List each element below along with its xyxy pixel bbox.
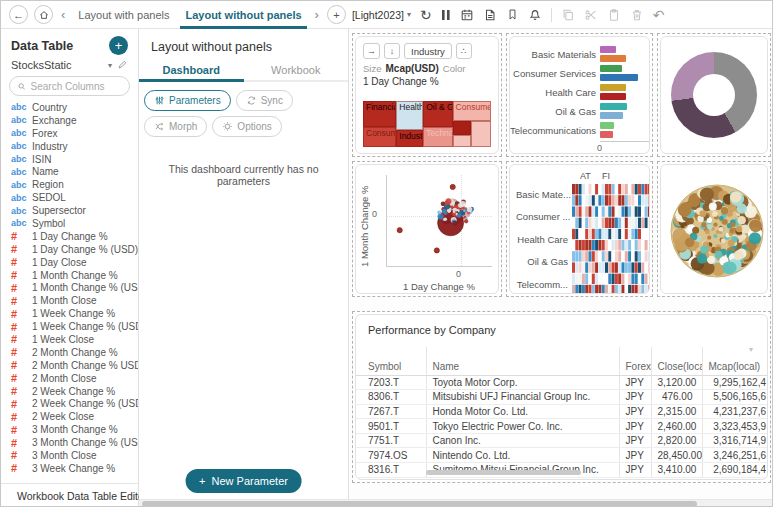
scatter-panel[interactable]: 1 Month Change % 0 0 1 Day Change % [352, 161, 502, 297]
treemap-cell[interactable]: Financials [363, 101, 396, 127]
export-button[interactable] [483, 8, 497, 22]
parameters-button[interactable]: Parameters [144, 90, 231, 111]
column-item[interactable]: #1 Day Change % (USD) [11, 243, 138, 256]
circle-pack-panel[interactable] [657, 161, 771, 297]
column-item[interactable]: #2 Week Close [11, 410, 138, 423]
bar[interactable] [600, 122, 614, 129]
add-layout-button[interactable]: + [327, 5, 346, 24]
table-row[interactable]: 8306.TMitsubishi UFJ Financial Group Inc… [356, 390, 768, 405]
column-item[interactable]: #2 Week Change % [11, 385, 138, 398]
pause-button[interactable] [441, 9, 451, 21]
bar[interactable] [600, 103, 627, 110]
refresh-button[interactable]: ↻ [420, 8, 432, 22]
column-item[interactable]: abcSupersector [11, 204, 138, 217]
table-row[interactable]: 7974.OSNintendo Co. Ltd.JPY28,450.003,24… [356, 448, 768, 463]
column-item[interactable]: #3 Month Close [11, 449, 138, 462]
bar-chart-panel[interactable]: Basic MaterialsConsumer ServicesHealth C… [506, 33, 653, 157]
column-item[interactable]: abcRegion [11, 178, 138, 191]
column-item[interactable]: abcName [11, 165, 138, 178]
theme-selector[interactable]: [Light2023] ▾ [352, 9, 411, 21]
group-by-chip[interactable]: Industry [404, 43, 452, 59]
table-panel[interactable]: Performance by Company ▾ SymbolNameForex… [352, 311, 771, 483]
alerts-button[interactable] [528, 8, 542, 22]
bar[interactable] [600, 65, 622, 72]
column-item[interactable]: #2 Month Close [11, 372, 138, 385]
column-item[interactable]: #2 Week Change % (USD) [11, 397, 138, 410]
treemap-cell[interactable]: Consumer Services [453, 101, 491, 121]
treemap-cell[interactable]: Technology [423, 127, 452, 147]
expand-right-button[interactable]: → [363, 43, 380, 59]
table-row[interactable]: 7203.TToyota Motor Corp.JPY3,120.009,295… [356, 375, 768, 390]
treemap-cell[interactable] [471, 121, 491, 147]
column-item[interactable]: abcSEDOL [11, 191, 138, 204]
bottom-scrollbar-track[interactable] [139, 499, 772, 507]
table-header-row[interactable]: SymbolNameForexClose(local)Mcap(local) [356, 359, 768, 375]
treemap-cell[interactable]: Consumer Goods [363, 127, 396, 147]
new-parameter-button[interactable]: + New Parameter [185, 469, 302, 493]
treemap-cell[interactable]: Industrials [396, 130, 423, 147]
morph-button[interactable]: Morph [144, 116, 207, 137]
column-item[interactable]: #2 Month Change % USD [11, 359, 138, 372]
breakdown-button[interactable]: ∴ [456, 43, 472, 59]
bar[interactable] [600, 93, 626, 100]
table-column-header[interactable]: Forex [619, 359, 651, 375]
column-item[interactable]: #1 Week Change % [11, 307, 138, 320]
paste-button[interactable] [607, 8, 621, 22]
column-item[interactable]: abcExchange [11, 114, 138, 127]
workbook-data-table-editor-button[interactable]: Workbook Data Table Editor [1, 483, 138, 507]
add-data-table-button[interactable]: + [109, 36, 128, 55]
table-column-header[interactable]: Mcap(local) [702, 359, 768, 375]
expand-down-button[interactable]: ↓ [384, 43, 400, 59]
bar[interactable] [600, 112, 623, 119]
treemap-cell[interactable]: Health Care [396, 101, 423, 130]
sync-button[interactable]: Sync [236, 90, 293, 111]
table-row[interactable]: 9501.TTokyo Electric Power Co. Inc.JPY2,… [356, 419, 768, 434]
table-column-header[interactable]: Symbol [356, 359, 426, 375]
table-horizontal-scrollbar[interactable] [426, 470, 581, 475]
table-column-header[interactable]: Name [426, 359, 619, 375]
color-by-value[interactable]: 1 Day Change % [356, 74, 498, 87]
cut-button[interactable] [584, 8, 598, 22]
column-item[interactable]: #1 Month Change % [11, 269, 138, 282]
bookmark-button[interactable] [506, 8, 519, 21]
back-button[interactable]: ← [9, 5, 28, 24]
bar[interactable] [600, 84, 626, 91]
bar[interactable] [600, 74, 638, 81]
column-item[interactable]: abcIndustry [11, 140, 138, 153]
heatmap-chart[interactable]: ATFIBasic Mate...Consumer ...Health Care… [516, 171, 643, 287]
undo-button[interactable]: ↶ [653, 8, 773, 22]
column-item[interactable]: #1 Day Change % [11, 230, 138, 243]
copy-button[interactable] [561, 8, 575, 22]
column-item[interactable]: #3 Month Change % (USD) [11, 436, 138, 449]
column-item[interactable]: #1 Week Close [11, 333, 138, 346]
table-row[interactable]: 7267.THonda Motor Co. Ltd.JPY2,315.004,2… [356, 404, 768, 419]
column-item[interactable]: #1 Day Close [11, 256, 138, 269]
bar[interactable] [600, 131, 613, 138]
treemap-cell[interactable] [453, 121, 471, 135]
donut-chart-panel[interactable] [657, 33, 771, 157]
circle-pack-chart[interactable] [661, 165, 768, 294]
bar[interactable] [600, 46, 616, 53]
treemap-cell[interactable] [453, 135, 471, 147]
nav-tab-layout-without-panels[interactable]: Layout without panels [180, 1, 306, 29]
options-button[interactable]: Options [212, 116, 281, 137]
next-layout-chevron[interactable]: › [313, 7, 321, 22]
table-row[interactable]: 7751.TCanon Inc.JPY2,820.003,316,714,9 [356, 433, 768, 448]
column-item[interactable]: #1 Week Change % (USD) [11, 320, 138, 333]
column-item[interactable]: #3 Week Change % [11, 462, 138, 475]
delete-button[interactable] [630, 8, 644, 22]
treemap-chart[interactable]: FinancialsHealth CareOil & GasConsumer S… [363, 101, 491, 147]
column-item[interactable]: abcSymbol [11, 217, 138, 230]
table-column-header[interactable]: Close(local) [651, 359, 702, 375]
tab-workbook[interactable]: Workbook [244, 61, 349, 80]
nav-tab-layout-with-panels[interactable]: Layout with panels [73, 1, 174, 29]
heatmap-panel[interactable]: ATFIBasic Mate...Consumer ...Health Care… [506, 161, 653, 297]
edit-pencil-icon[interactable] [116, 59, 128, 71]
bottom-scrollbar-thumb[interactable] [142, 501, 697, 507]
bar[interactable] [600, 55, 626, 62]
home-button[interactable] [34, 5, 53, 24]
tab-dashboard[interactable]: Dashboard [139, 61, 244, 80]
column-item[interactable]: #2 Month Change % [11, 346, 138, 359]
column-item[interactable]: #1 Month Close [11, 294, 138, 307]
column-item[interactable]: #3 Month Change % [11, 423, 138, 436]
